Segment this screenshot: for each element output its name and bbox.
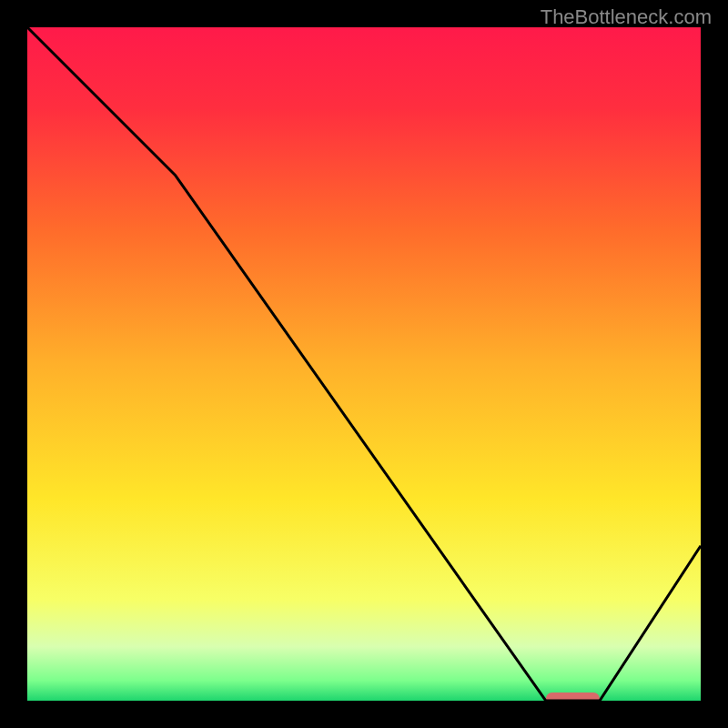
watermark-label: TheBottleneck.com (541, 5, 712, 29)
chart-svg (27, 27, 701, 701)
plot-area (27, 27, 701, 701)
chart-container: TheBottleneck.com (0, 0, 728, 728)
